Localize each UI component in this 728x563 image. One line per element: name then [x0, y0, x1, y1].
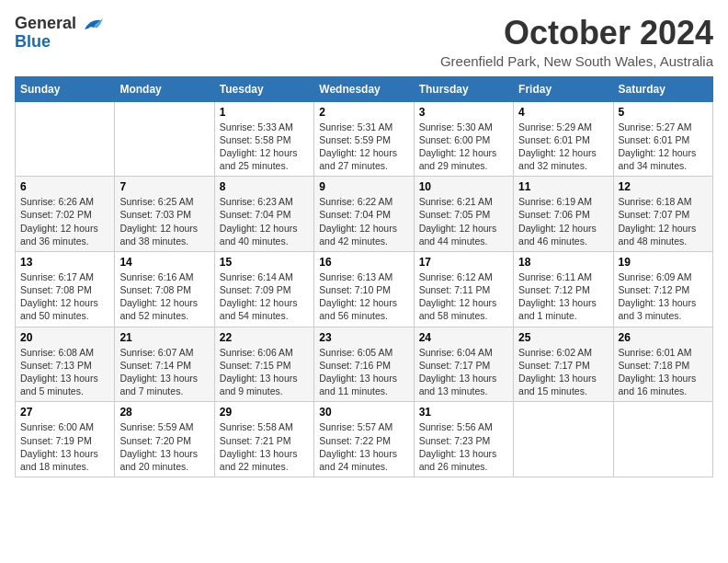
header-cell-saturday: Saturday	[613, 76, 712, 101]
day-cell: 17Sunrise: 6:12 AM Sunset: 7:11 PM Dayli…	[414, 251, 513, 327]
day-info: Sunrise: 6:08 AM Sunset: 7:13 PM Dayligh…	[20, 346, 109, 398]
logo-blue-text: Blue	[15, 32, 51, 51]
day-number: 3	[419, 106, 508, 119]
title-block: October 2024 Greenfield Park, New South …	[440, 15, 713, 69]
day-info: Sunrise: 5:29 AM Sunset: 6:01 PM Dayligh…	[518, 121, 608, 173]
day-info: Sunrise: 6:22 AM Sunset: 7:04 PM Dayligh…	[319, 195, 408, 247]
day-info: Sunrise: 5:56 AM Sunset: 7:23 PM Dayligh…	[419, 420, 508, 473]
day-number: 4	[518, 106, 608, 119]
day-number: 29	[220, 406, 309, 419]
day-number: 26	[619, 331, 708, 344]
day-number: 30	[319, 406, 408, 419]
header-row: SundayMondayTuesdayWednesdayThursdayFrid…	[16, 76, 713, 101]
day-number: 17	[419, 256, 508, 269]
day-number: 13	[20, 256, 109, 269]
day-number: 12	[619, 180, 708, 193]
week-row-3: 13Sunrise: 6:17 AM Sunset: 7:08 PM Dayli…	[16, 251, 713, 327]
day-info: Sunrise: 5:58 AM Sunset: 7:21 PM Dayligh…	[220, 420, 309, 473]
day-number: 27	[20, 406, 109, 419]
day-cell: 20Sunrise: 6:08 AM Sunset: 7:13 PM Dayli…	[16, 327, 115, 402]
day-info: Sunrise: 6:00 AM Sunset: 7:19 PM Dayligh…	[20, 420, 109, 473]
day-info: Sunrise: 6:19 AM Sunset: 7:06 PM Dayligh…	[518, 195, 608, 247]
day-info: Sunrise: 6:02 AM Sunset: 7:17 PM Dayligh…	[518, 346, 608, 398]
day-cell: 26Sunrise: 6:01 AM Sunset: 7:18 PM Dayli…	[613, 327, 712, 402]
day-number: 7	[119, 180, 209, 193]
logo-bird-icon	[83, 17, 103, 33]
day-cell	[115, 101, 214, 177]
day-number: 1	[220, 106, 309, 119]
day-info: Sunrise: 5:27 AM Sunset: 6:01 PM Dayligh…	[619, 121, 708, 173]
day-info: Sunrise: 6:16 AM Sunset: 7:08 PM Dayligh…	[119, 270, 209, 323]
day-info: Sunrise: 5:57 AM Sunset: 7:22 PM Dayligh…	[319, 420, 408, 473]
day-cell	[16, 101, 115, 177]
day-cell: 11Sunrise: 6:19 AM Sunset: 7:06 PM Dayli…	[514, 177, 613, 252]
day-info: Sunrise: 6:13 AM Sunset: 7:10 PM Dayligh…	[319, 270, 408, 323]
day-info: Sunrise: 6:18 AM Sunset: 7:07 PM Dayligh…	[619, 195, 708, 247]
location-title: Greenfield Park, New South Wales, Austra…	[440, 53, 713, 69]
day-number: 9	[319, 180, 408, 193]
day-cell: 23Sunrise: 6:05 AM Sunset: 7:16 PM Dayli…	[314, 327, 414, 402]
header-cell-thursday: Thursday	[414, 76, 513, 101]
day-cell: 1Sunrise: 5:33 AM Sunset: 5:58 PM Daylig…	[214, 101, 313, 177]
day-info: Sunrise: 6:11 AM Sunset: 7:12 PM Dayligh…	[518, 270, 608, 323]
day-info: Sunrise: 6:23 AM Sunset: 7:04 PM Dayligh…	[220, 195, 309, 247]
week-row-2: 6Sunrise: 6:26 AM Sunset: 7:02 PM Daylig…	[16, 177, 713, 252]
header-cell-monday: Monday	[115, 76, 214, 101]
day-info: Sunrise: 6:06 AM Sunset: 7:15 PM Dayligh…	[220, 346, 309, 398]
calendar-header: SundayMondayTuesdayWednesdayThursdayFrid…	[16, 76, 713, 101]
day-info: Sunrise: 6:05 AM Sunset: 7:16 PM Dayligh…	[319, 346, 408, 398]
day-cell: 14Sunrise: 6:16 AM Sunset: 7:08 PM Dayli…	[115, 251, 214, 327]
header-cell-sunday: Sunday	[16, 76, 115, 101]
day-info: Sunrise: 6:25 AM Sunset: 7:03 PM Dayligh…	[119, 195, 209, 247]
day-cell	[514, 402, 613, 477]
week-row-1: 1Sunrise: 5:33 AM Sunset: 5:58 PM Daylig…	[16, 101, 713, 177]
day-cell: 2Sunrise: 5:31 AM Sunset: 5:59 PM Daylig…	[314, 101, 414, 177]
header-cell-tuesday: Tuesday	[214, 76, 313, 101]
day-info: Sunrise: 5:30 AM Sunset: 6:00 PM Dayligh…	[419, 121, 508, 173]
day-number: 14	[119, 256, 209, 269]
header-cell-friday: Friday	[514, 76, 613, 101]
day-number: 8	[220, 180, 309, 193]
day-number: 15	[220, 256, 309, 269]
day-cell: 4Sunrise: 5:29 AM Sunset: 6:01 PM Daylig…	[514, 101, 613, 177]
header-cell-wednesday: Wednesday	[314, 76, 414, 101]
day-number: 6	[20, 180, 109, 193]
day-cell: 16Sunrise: 6:13 AM Sunset: 7:10 PM Dayli…	[314, 251, 414, 327]
day-info: Sunrise: 6:07 AM Sunset: 7:14 PM Dayligh…	[119, 346, 209, 398]
day-info: Sunrise: 5:59 AM Sunset: 7:20 PM Dayligh…	[119, 420, 209, 473]
day-cell: 13Sunrise: 6:17 AM Sunset: 7:08 PM Dayli…	[16, 251, 115, 327]
day-cell: 19Sunrise: 6:09 AM Sunset: 7:12 PM Dayli…	[613, 251, 712, 327]
day-cell: 29Sunrise: 5:58 AM Sunset: 7:21 PM Dayli…	[214, 402, 313, 477]
day-cell: 8Sunrise: 6:23 AM Sunset: 7:04 PM Daylig…	[214, 177, 313, 252]
day-cell: 7Sunrise: 6:25 AM Sunset: 7:03 PM Daylig…	[115, 177, 214, 252]
logo: General Blue	[15, 15, 103, 52]
day-info: Sunrise: 6:01 AM Sunset: 7:18 PM Dayligh…	[619, 346, 708, 398]
day-number: 18	[518, 256, 608, 269]
day-info: Sunrise: 5:33 AM Sunset: 5:58 PM Dayligh…	[220, 121, 309, 173]
day-info: Sunrise: 6:12 AM Sunset: 7:11 PM Dayligh…	[419, 270, 508, 323]
day-cell: 15Sunrise: 6:14 AM Sunset: 7:09 PM Dayli…	[214, 251, 313, 327]
day-info: Sunrise: 6:04 AM Sunset: 7:17 PM Dayligh…	[419, 346, 508, 398]
day-cell: 28Sunrise: 5:59 AM Sunset: 7:20 PM Dayli…	[115, 402, 214, 477]
day-info: Sunrise: 6:21 AM Sunset: 7:05 PM Dayligh…	[419, 195, 508, 247]
week-row-4: 20Sunrise: 6:08 AM Sunset: 7:13 PM Dayli…	[16, 327, 713, 402]
day-info: Sunrise: 5:31 AM Sunset: 5:59 PM Dayligh…	[319, 121, 408, 173]
day-number: 10	[419, 180, 508, 193]
day-number: 19	[619, 256, 708, 269]
day-number: 24	[419, 331, 508, 344]
day-cell: 3Sunrise: 5:30 AM Sunset: 6:00 PM Daylig…	[414, 101, 513, 177]
day-number: 22	[220, 331, 309, 344]
calendar-body: 1Sunrise: 5:33 AM Sunset: 5:58 PM Daylig…	[16, 101, 713, 477]
calendar-table: SundayMondayTuesdayWednesdayThursdayFrid…	[15, 76, 713, 477]
day-cell: 6Sunrise: 6:26 AM Sunset: 7:02 PM Daylig…	[16, 177, 115, 252]
day-info: Sunrise: 6:17 AM Sunset: 7:08 PM Dayligh…	[20, 270, 109, 323]
page-header: General Blue October 2024 Greenfield Par…	[15, 15, 713, 69]
day-number: 2	[319, 106, 408, 119]
day-cell: 31Sunrise: 5:56 AM Sunset: 7:23 PM Dayli…	[414, 402, 513, 477]
day-info: Sunrise: 6:26 AM Sunset: 7:02 PM Dayligh…	[20, 195, 109, 247]
day-cell: 10Sunrise: 6:21 AM Sunset: 7:05 PM Dayli…	[414, 177, 513, 252]
day-info: Sunrise: 6:09 AM Sunset: 7:12 PM Dayligh…	[619, 270, 708, 323]
day-cell: 25Sunrise: 6:02 AM Sunset: 7:17 PM Dayli…	[514, 327, 613, 402]
day-number: 20	[20, 331, 109, 344]
day-cell: 30Sunrise: 5:57 AM Sunset: 7:22 PM Dayli…	[314, 402, 414, 477]
